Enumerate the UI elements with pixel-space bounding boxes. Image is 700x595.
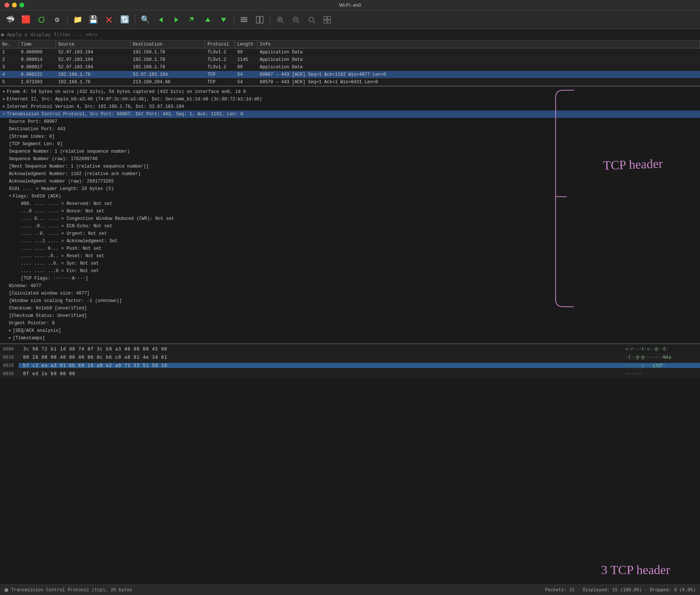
cell-no: 3: [0, 63, 19, 71]
close-button[interactable]: [4, 3, 9, 7]
detail-text: .... .... 0... = Push: Not set: [21, 246, 101, 251]
forward-button[interactable]: [169, 13, 184, 27]
cell-info: 60570 → 443 [ACK] Seq=1 Ack=1 Win=0431 L…: [257, 78, 700, 85]
packet-row[interactable]: 1 0.000000 52.97.183.194 192.168.1.78 TL…: [0, 49, 700, 56]
svg-marker-8: [221, 18, 226, 22]
col-header-time: Time: [19, 40, 56, 48]
detail-line: Source Port: 60067: [0, 118, 700, 125]
detail-line: 0101 .... = Header Length: 20 bytes (5): [0, 185, 700, 193]
detail-text: 000. .... .... = Reserved: Not set: [21, 201, 112, 206]
detail-text: [Window size scaling factor: -1 (unknown…: [9, 298, 122, 303]
minimize-button[interactable]: [12, 3, 17, 7]
svg-rect-11: [241, 21, 247, 22]
detail-line[interactable]: ▶Internet Protocol Version 4, Src: 192.1…: [0, 103, 700, 110]
packet-row[interactable]: 3 0.000017 52.97.183.194 192.168.1.78 TL…: [0, 63, 700, 71]
status-left: Transmission Control Protocol (tcp), 20 …: [4, 588, 132, 593]
detail-text: Checksum: 0x1eb9 [unverified]: [9, 306, 87, 311]
col-header-source: Source: [56, 40, 131, 48]
detail-text: Destination Port: 443: [9, 127, 65, 132]
detail-line: .... .... ...0 = Fin: Not set: [0, 267, 700, 275]
jump-button[interactable]: [185, 13, 199, 27]
packet-list: No. Time Source Destination Protocol Len…: [0, 40, 700, 87]
detail-line: .... .... .0.. = Reset: Not set: [0, 252, 700, 260]
filter-input[interactable]: [7, 32, 699, 37]
detail-line[interactable]: ▶Ethernet II, Src: Apple_b9:a3:40 (74:8f…: [0, 96, 700, 103]
window-title: Wi-Fi: en0: [339, 2, 361, 8]
detail-line[interactable]: ▶[SEQ/ACK analysis]: [0, 327, 700, 334]
detail-text: [Checksum Status: Unverified]: [9, 313, 87, 318]
bottom-annotation-text: 3 TCP header: [601, 563, 670, 577]
expand-icon: ▶: [3, 96, 5, 103]
svg-line-22: [313, 21, 315, 23]
detail-text: Frame 4: 54 bytes on wire (432 bits), 54…: [7, 88, 246, 95]
back-button[interactable]: [154, 13, 168, 27]
detail-line: [Checksum Status: Unverified]: [0, 312, 700, 320]
filter-icon: ▶: [1, 31, 4, 38]
detail-line[interactable]: ▶[Timestamps]: [0, 334, 700, 342]
cell-info: Application Data: [257, 56, 700, 63]
cell-dst: 192.168.1.78: [131, 56, 205, 63]
hex-offset: 0000: [0, 346, 19, 352]
reload-button[interactable]: 🔃: [118, 13, 132, 27]
hex-row: 0010 00 28 00 00 40 00 40 06 8c b6 c0 a8…: [0, 353, 700, 361]
columns-button[interactable]: [253, 13, 267, 27]
col-header-info: Info: [257, 40, 700, 48]
detail-text: .... .0.. .... = ECN-Echo: Not set: [21, 224, 112, 229]
hex-dump: 0000 3c 98 72 b1 1d d0 74 8f 3c b9 a3 40…: [0, 344, 700, 379]
hex-offset: 0010: [0, 355, 19, 360]
settings-button[interactable]: ⚙️: [50, 13, 64, 27]
restart-button[interactable]: [34, 13, 49, 27]
cell-time: 0.000222: [19, 71, 56, 78]
close-file-button[interactable]: [102, 13, 116, 27]
packet-rows: 1 0.000000 52.97.183.194 192.168.1.78 TL…: [0, 49, 700, 86]
detail-line: .... .... ..0. = Syn: Not set: [0, 260, 700, 267]
hex-row: 0030 0f ed 1e b9 00 00 ······: [0, 370, 700, 378]
packet-row[interactable]: 2 0.000014 52.97.183.194 192.168.1.78 TL…: [0, 56, 700, 63]
detail-line[interactable]: ▼Transmission Control Protocol, Src Port…: [0, 110, 700, 118]
cell-time: 1.073203: [19, 78, 56, 85]
cell-info: Application Data: [257, 63, 700, 71]
zoom-reset-button[interactable]: [304, 13, 319, 27]
packet-row[interactable]: 5 1.073203 192.168.1.78 213.180.204.60 T…: [0, 78, 700, 86]
search-button[interactable]: 🔍: [138, 13, 152, 27]
grid-button[interactable]: [320, 13, 334, 27]
save-button[interactable]: 💾: [86, 13, 100, 27]
stop-button[interactable]: 🟥: [19, 13, 33, 27]
detail-text: [Next Sequence Number: 1 (relative seque…: [9, 164, 149, 169]
expand-icon: ▶: [3, 88, 5, 95]
up-button[interactable]: [201, 13, 215, 27]
zoom-in-button[interactable]: [273, 13, 287, 27]
detail-line[interactable]: ▼Flags: 0x010 (ACK): [0, 193, 700, 200]
detail-text: ...0 .... .... = Nonce: Not set: [21, 209, 104, 214]
svg-point-21: [309, 17, 313, 22]
detail-line[interactable]: ▶Frame 4: 54 bytes on wire (432 bits), 5…: [0, 88, 700, 96]
detail-text: Acknowledgment Number: 1162 (relative ac…: [9, 171, 141, 177]
zoom-out-button[interactable]: [289, 13, 303, 27]
svg-rect-9: [241, 17, 247, 18]
expand-icon: ▶: [9, 335, 11, 342]
detail-line: Acknowledgment number (raw): 2691773265: [0, 178, 700, 185]
down-button[interactable]: [216, 13, 231, 27]
status-protocol-info: Transmission Control Protocol (tcp), 20 …: [11, 588, 132, 593]
open-button[interactable]: 📁: [71, 13, 85, 27]
detail-text: Urgent Pointer: 0: [9, 321, 54, 326]
detail-line: Checksum: 0x1eb9 [unverified]: [0, 305, 700, 312]
maximize-button[interactable]: [19, 3, 24, 7]
list-button[interactable]: [237, 13, 251, 27]
svg-rect-12: [256, 16, 259, 23]
cell-no: 5: [0, 78, 19, 85]
shark-fin-button[interactable]: 🦈: [3, 13, 17, 27]
detail-text: Sequence Number: 1 (relative sequence nu…: [9, 149, 130, 154]
detail-line: Urgent Pointer: 0: [0, 320, 700, 327]
detail-line: [TCP Flags: ·······A····]: [0, 275, 700, 282]
status-bar: Transmission Control Protocol (tcp), 20 …: [0, 585, 700, 595]
detail-line: .... .0.. .... = ECN-Echo: Not set: [0, 222, 700, 230]
svg-rect-25: [324, 20, 327, 23]
svg-marker-3: [159, 17, 163, 22]
packet-row[interactable]: 4 0.000222 192.168.1.78 52.97.183.194 TC…: [0, 71, 700, 78]
hex-ascii: ······: [625, 371, 700, 376]
svg-rect-24: [328, 16, 331, 19]
expand-icon: ▼: [3, 111, 5, 118]
cell-proto: TLSv1.2: [205, 56, 235, 63]
cell-no: 4: [0, 71, 19, 78]
